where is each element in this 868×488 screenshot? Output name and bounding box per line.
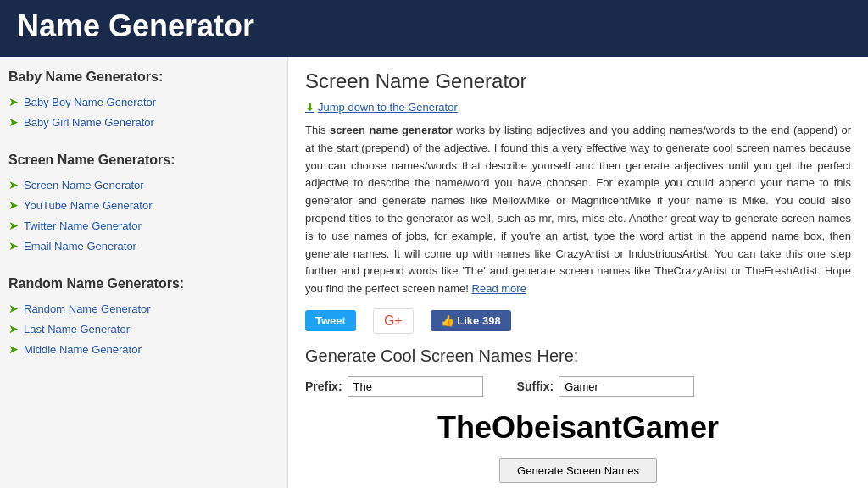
like-label: Like 398 (457, 314, 500, 327)
suffix-label: Suffix: (517, 380, 554, 393)
page-description: This screen name generator works by list… (305, 122, 851, 298)
sidebar-item-label: Screen Name Generator (24, 179, 144, 191)
arrow-icon: ➤ (8, 178, 19, 191)
page-title: Screen Name Generator (305, 69, 851, 93)
arrow-icon: ➤ (8, 322, 19, 336)
read-more-link[interactable]: Read more (472, 282, 526, 295)
sidebar-item-label: YouTube Name Generator (24, 199, 153, 212)
gplus-button[interactable]: G+ (373, 308, 414, 334)
sidebar-item-label: Twitter Name Generator (24, 219, 142, 232)
like-button[interactable]: 👍 Like 398 (431, 310, 511, 331)
suffix-input[interactable] (559, 376, 694, 397)
arrow-icon: ➤ (8, 342, 19, 356)
sidebar-section-screen: Screen Name Generators: (8, 152, 279, 168)
sidebar-item-label: Middle Name Generator (24, 343, 142, 356)
sidebar-item-baby-boy[interactable]: ➤ Baby Boy Name Generator (8, 92, 279, 112)
arrow-icon: ➤ (8, 95, 19, 108)
social-buttons: Tweet G+ 👍 Like 398 (305, 308, 851, 334)
sidebar-item-middle-name[interactable]: ➤ Middle Name Generator (8, 339, 279, 359)
suffix-group: Suffix: (517, 376, 695, 397)
sidebar-item-label: Email Name Generator (24, 240, 136, 252)
prefix-group: Prefix: (305, 376, 483, 397)
sidebar-item-random[interactable]: ➤ Random Name Generator (8, 298, 279, 319)
jump-link-icon: ⬇ (305, 101, 314, 114)
tweet-button[interactable]: Tweet (305, 310, 356, 331)
sidebar-item-label: Baby Girl Name Generator (24, 116, 154, 129)
prefix-input[interactable] (348, 376, 483, 397)
prefix-label: Prefix: (305, 380, 342, 393)
jump-link-label: Jump down to the Generator (318, 101, 458, 114)
sidebar-section-baby: Baby Name Generators: (8, 69, 279, 85)
sidebar: Baby Name Generators: ➤ Baby Boy Name Ge… (0, 57, 288, 488)
arrow-icon: ➤ (8, 198, 19, 212)
main-layout: Baby Name Generators: ➤ Baby Boy Name Ge… (0, 57, 868, 488)
arrow-icon: ➤ (8, 219, 19, 232)
arrow-icon: ➤ (8, 239, 19, 252)
arrow-icon: ➤ (8, 115, 19, 129)
sidebar-item-label: Last Name Generator (24, 323, 130, 336)
sidebar-item-baby-girl[interactable]: ➤ Baby Girl Name Generator (8, 112, 279, 132)
site-header: Name Generator (0, 0, 868, 57)
sidebar-section-random: Random Name Generators: (8, 276, 279, 291)
sidebar-item-email[interactable]: ➤ Email Name Generator (8, 236, 279, 256)
generator-title: Generate Cool Screen Names Here: (305, 347, 851, 366)
jump-link[interactable]: ⬇ Jump down to the Generator (305, 101, 458, 114)
sidebar-item-last-name[interactable]: ➤ Last Name Generator (8, 319, 279, 339)
sidebar-item-screen-name[interactable]: ➤ Screen Name Generator (8, 175, 279, 195)
thumbs-up-icon: 👍 (441, 314, 454, 327)
prefix-suffix-row: Prefix: Suffix: (305, 376, 851, 397)
main-content: Screen Name Generator ⬇ Jump down to the… (288, 57, 868, 488)
site-title: Name Generator (17, 8, 851, 44)
sidebar-item-label: Random Name Generator (24, 302, 151, 315)
generated-name: TheObeisantGamer (305, 410, 851, 446)
arrow-icon: ➤ (8, 302, 19, 315)
sidebar-item-label: Baby Boy Name Generator (24, 96, 156, 108)
sidebar-item-twitter[interactable]: ➤ Twitter Name Generator (8, 215, 279, 236)
generate-button[interactable]: Generate Screen Names (499, 458, 657, 483)
sidebar-item-youtube[interactable]: ➤ YouTube Name Generator (8, 195, 279, 215)
